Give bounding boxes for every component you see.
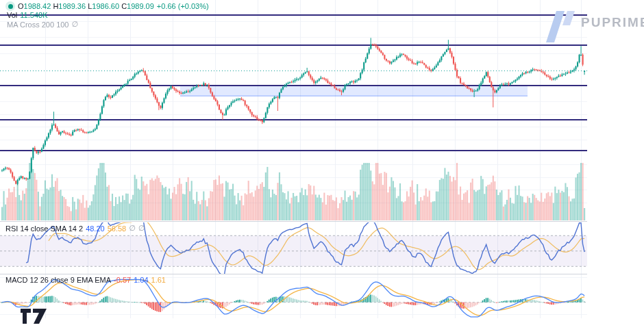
- trading-chart-widget: PUPRIME O1988.42 H1989.36 L1986.60 C1989…: [0, 0, 644, 334]
- chart-canvas[interactable]: [0, 0, 644, 334]
